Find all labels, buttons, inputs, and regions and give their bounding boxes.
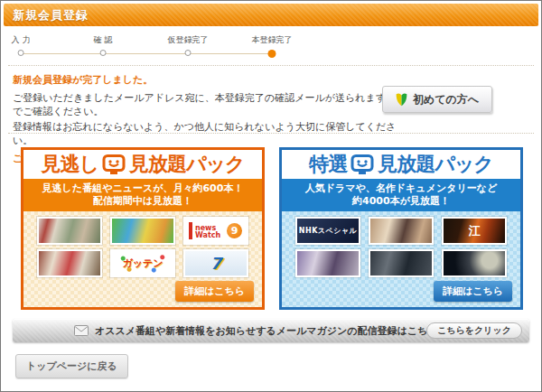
mail-magazine-bar[interactable]: オススメ番組や新着情報をお知らせするメールマガジンの配信登録はこちらから！ こち… (13, 319, 529, 342)
beginner-mark-icon (396, 92, 407, 107)
step-temp-registered: 仮登録完了 (168, 34, 209, 56)
thumbnail-grid: news Watch 9 ガッテン 7 (23, 211, 262, 277)
completion-body-line2: 登録情報はお忘れにならないよう、かつ他人に知られないよう大切に保管してください。 (13, 120, 401, 147)
thumbnail-news-7[interactable]: 7 (183, 249, 248, 277)
thumbnail-gatten[interactable]: ガッテン (110, 249, 175, 277)
beginner-guide-button[interactable]: 初めての方へ (382, 86, 492, 113)
step-input: 入 力 (12, 34, 31, 56)
pack-title: 見逃し 見放題パック (23, 150, 262, 179)
pack-body: news Watch 9 ガッテン 7 詳細はこちら (23, 211, 262, 307)
details-row: 詳細はこちら (23, 277, 262, 302)
page-header: 新規会員登録 (4, 4, 538, 26)
steps-connector-line (21, 53, 272, 54)
pack-title: 特選 見放題パック (282, 150, 520, 179)
back-to-top-button[interactable]: トップページに戻る (15, 354, 128, 378)
completion-headline: 新規会員登録が完了しました。 (13, 73, 401, 87)
page-title: 新規会員登録 (13, 7, 89, 23)
featured-pack-details-button[interactable]: 詳細はこちら (434, 281, 512, 302)
thumbnail-space-documentary[interactable] (442, 249, 507, 277)
step-fully-registered: 本登録完了 (252, 34, 293, 58)
pack-subtitle: 人気ドラマや、名作ドキュメンタリーなど 約4000本が見放題！ (282, 179, 520, 211)
thumbnail-carnation-drama[interactable] (369, 217, 434, 245)
progress-steps: 入 力 確 認 仮登録完了 本登録完了 (1, 34, 541, 60)
thumbnail-news-watch-9[interactable]: news Watch 9 (183, 217, 248, 245)
thumbnail-drama[interactable] (295, 249, 360, 277)
completion-body-line1: ご登録いただきましたメールアドレス宛に、本登録完了の確認メールが送られますのでご… (13, 91, 401, 118)
pack-subtitle: 見逃した番組やニュースが、月々約600本！ 配信期間中は見放題！ (23, 179, 262, 211)
missed-programs-pack-card: 見逃し 見放題パック 見逃した番組やニュースが、月々約600本！ 配信期間中は見… (21, 147, 265, 310)
thumbnail-nhk-special[interactable]: NHKスペシャル (295, 217, 360, 245)
thumbnail-go-drama[interactable]: 江 (442, 217, 507, 245)
thumbnail-kimono-drama[interactable] (37, 249, 102, 277)
divider (8, 65, 534, 66)
tv-smiley-icon (350, 154, 374, 175)
beginner-button-label: 初めての方へ (413, 92, 479, 107)
featured-pack-card: 特選 見放題パック 人気ドラマや、名作ドキュメンタリーなど 約4000本が見放題… (279, 147, 523, 310)
step-circle (18, 50, 24, 56)
step-circle (100, 50, 107, 56)
thumbnail-drama[interactable] (37, 217, 102, 245)
thumbnail-kids-show[interactable] (110, 217, 175, 245)
mail-magazine-text: オススメ番組や新着情報をお知らせするメールマガジンの配信登録はこちらから！ (95, 324, 468, 338)
step-circle (185, 50, 192, 56)
thumbnail-documentary[interactable] (369, 249, 434, 277)
mail-icon (74, 325, 89, 336)
step-circle-current (268, 50, 276, 58)
registration-complete-page: 新規会員登録 入 力 確 認 仮登録完了 本登録完了 新規会員登録が完了しました… (0, 0, 542, 392)
step-confirm: 確 認 (94, 34, 113, 56)
mail-magazine-click-button[interactable]: こちらをクリック (426, 322, 522, 339)
news-watch-9-badge: 9 (227, 223, 242, 238)
pack-body: NHKスペシャル 江 詳細はこちら (282, 211, 520, 307)
missed-pack-details-button[interactable]: 詳細はこちら (175, 281, 254, 302)
divider (8, 133, 534, 134)
tv-smiley-icon (102, 154, 126, 175)
thumbnail-grid: NHKスペシャル 江 (282, 211, 520, 277)
details-row: 詳細はこちら (282, 277, 520, 302)
